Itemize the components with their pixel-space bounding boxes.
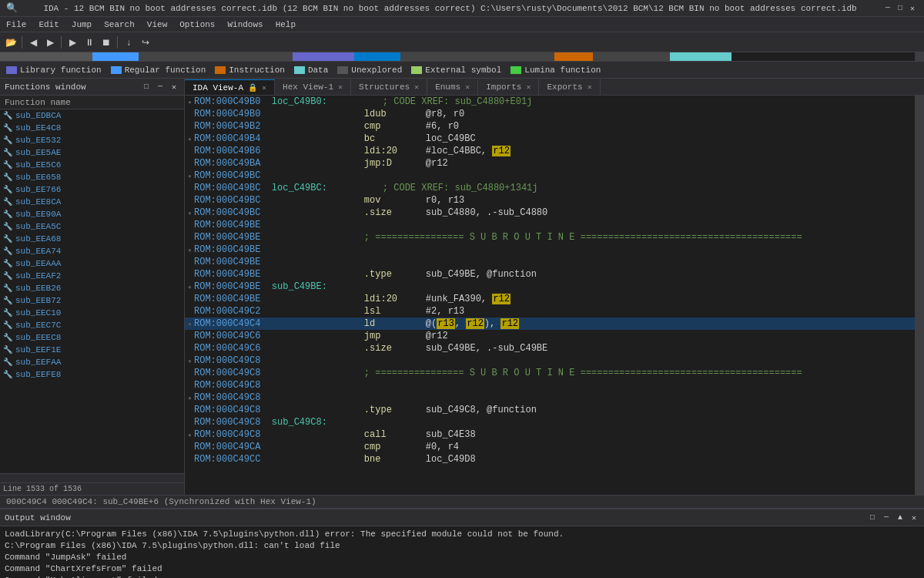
functions-float-btn[interactable]: □ <box>141 82 152 92</box>
close-button[interactable]: ✕ <box>907 3 918 14</box>
toolbar-open[interactable]: 📂 <box>3 35 18 50</box>
toolbar-stepover[interactable]: ↪ <box>138 35 153 50</box>
code-line-1[interactable]: ROM:000C49B0 ldub@r8, r0 <box>185 108 915 120</box>
code-scrollbar[interactable] <box>915 96 924 495</box>
functions-scrollbar-h[interactable] <box>0 473 184 482</box>
code-line-19[interactable]: ROM:000C49C6 jmp@r12 <box>185 330 915 342</box>
menu-help[interactable]: Help <box>270 17 302 32</box>
tab-label-0: IDA View-A <box>192 83 243 92</box>
func-item-9[interactable]: 🔧sub_EEA5C <box>0 220 184 233</box>
func-item-8[interactable]: 🔧sub_EE90A <box>0 208 184 220</box>
toolbar-back[interactable]: ◀ <box>25 35 41 50</box>
func-item-19[interactable]: 🔧sub_EEF1E <box>0 344 184 356</box>
tab-label-4: Imports <box>486 82 521 92</box>
code-line-29[interactable]: ROM:000C49CC bneloc_C49D8 <box>185 453 915 465</box>
code-line-15[interactable]: ●ROM:000C49BE sub_C49BE: <box>185 281 915 293</box>
code-line-10[interactable]: ROM:000C49BE <box>185 219 915 231</box>
output-close-btn[interactable]: ✕ <box>909 512 919 523</box>
func-item-0[interactable]: 🔧sub_EDBCA <box>0 109 184 122</box>
func-item-17[interactable]: 🔧sub_EEC7C <box>0 319 184 331</box>
tab-ida-view-a[interactable]: IDA View-A🔒✕ <box>185 79 275 95</box>
menu-search[interactable]: Search <box>98 17 141 32</box>
code-line-7[interactable]: ROM:000C49BC loc_C49BC: ; CODE XREF: sub… <box>185 182 915 194</box>
line-addr-0: ROM:000C49B0 <box>194 96 272 107</box>
code-line-13[interactable]: ROM:000C49BE <box>185 256 915 268</box>
tab-structures[interactable]: Structures✕ <box>351 79 427 95</box>
functions-close-btn[interactable]: ✕ <box>169 82 179 92</box>
tab-close-3[interactable]: ✕ <box>465 82 470 92</box>
func-item-6[interactable]: 🔧sub_EE766 <box>0 183 184 196</box>
code-line-12[interactable]: ●ROM:000C49BE <box>185 244 915 256</box>
tab-imports[interactable]: Imports✕ <box>478 79 539 95</box>
func-item-4[interactable]: 🔧sub_EE5C6 <box>0 159 184 171</box>
output-content[interactable]: LoadLibrary(C:\Program Files (x86)\IDA 7… <box>0 526 924 578</box>
code-line-18[interactable]: ●ROM:000C49C4 ld@(r13, r12), r12 <box>185 318 915 330</box>
toolbar-pause[interactable]: ⏸ <box>82 35 97 50</box>
func-item-2[interactable]: 🔧sub_EE532 <box>0 134 184 146</box>
func-item-16[interactable]: 🔧sub_EEC10 <box>0 307 184 319</box>
output-max-btn[interactable]: ▲ <box>895 512 906 523</box>
func-item-3[interactable]: 🔧sub_EE5AE <box>0 146 184 159</box>
code-line-23[interactable]: ROM:000C49C8 <box>185 379 915 391</box>
code-line-21[interactable]: ●ROM:000C49C8 <box>185 355 915 367</box>
code-line-4[interactable]: ROM:000C49B6 ldi:20#loc_C4BBC, r12 <box>185 145 915 157</box>
output-min-btn[interactable]: ─ <box>881 512 892 523</box>
menu-view[interactable]: View <box>141 17 173 32</box>
code-line-16[interactable]: ROM:000C49BE ldi:20#unk_FA390, r12 <box>185 293 915 305</box>
code-line-9[interactable]: ●ROM:000C49BC .sizesub_C4880, .-sub_C488… <box>185 207 915 219</box>
nav-seg-10 <box>732 52 915 62</box>
menu-file[interactable]: File <box>0 17 32 32</box>
tab-hex-view-1[interactable]: Hex View-1✕ <box>275 79 351 95</box>
code-line-11[interactable]: ROM:000C49BE ; ================ S U B R … <box>185 231 915 244</box>
func-item-7[interactable]: 🔧sub_EE8CA <box>0 196 184 208</box>
tab-close-1[interactable]: ✕ <box>338 82 343 92</box>
code-line-25[interactable]: ROM:000C49C8 .typesub_C49C8, @function <box>185 404 915 416</box>
tab-close-0[interactable]: ✕ <box>262 83 266 92</box>
maximize-button[interactable]: □ <box>895 3 906 14</box>
functions-min-btn[interactable]: ─ <box>155 82 166 92</box>
code-line-17[interactable]: ROM:000C49C2 lsl#2, r13 <box>185 305 915 318</box>
tab-close-2[interactable]: ✕ <box>414 82 419 92</box>
functions-list[interactable]: 🔧sub_EDBCA🔧sub_EE4C8🔧sub_EE532🔧sub_EE5AE… <box>0 109 184 473</box>
code-line-5[interactable]: ROM:000C49BA jmp:D@r12 <box>185 157 915 170</box>
code-line-3[interactable]: ●ROM:000C49B4 bcloc_C49BC <box>185 133 915 145</box>
func-name-11: sub_EEA74 <box>15 247 61 256</box>
code-view[interactable]: ●ROM:000C49B0 loc_C49B0: ; CODE XREF: su… <box>185 96 915 495</box>
func-item-12[interactable]: 🔧sub_EEAAA <box>0 257 184 270</box>
func-item-10[interactable]: 🔧sub_EEA68 <box>0 233 184 245</box>
menu-edit[interactable]: Edit <box>32 17 65 32</box>
tab-exports[interactable]: Exports✕ <box>539 79 600 95</box>
menu-windows[interactable]: Windows <box>221 17 269 32</box>
code-line-2[interactable]: ROM:000C49B2 cmp#6, r0 <box>185 120 915 133</box>
output-float-btn[interactable]: □ <box>867 512 878 523</box>
menu-jump[interactable]: Jump <box>65 17 98 32</box>
code-line-20[interactable]: ROM:000C49C6 .sizesub_C49BE, .-sub_C49BE <box>185 342 915 355</box>
code-line-22[interactable]: ROM:000C49C8 ; ================ S U B R … <box>185 367 915 379</box>
menu-options[interactable]: Options <box>173 17 221 32</box>
code-line-27[interactable]: ●ROM:000C49C8 callsub_C4E38 <box>185 428 915 441</box>
tab-close-5[interactable]: ✕ <box>588 82 592 92</box>
code-line-28[interactable]: ROM:000C49CA cmp#0, r4 <box>185 441 915 453</box>
minimize-button[interactable]: ─ <box>882 3 893 14</box>
tab-close-4[interactable]: ✕ <box>526 82 531 92</box>
func-item-14[interactable]: 🔧sub_EEB26 <box>0 282 184 294</box>
func-item-5[interactable]: 🔧sub_EE658 <box>0 171 184 183</box>
code-line-6[interactable]: ●ROM:000C49BC <box>185 170 915 182</box>
func-item-21[interactable]: 🔧sub_EEFE8 <box>0 368 184 381</box>
toolbar-step[interactable]: ↓ <box>121 35 136 50</box>
tab-enums[interactable]: Enums✕ <box>427 79 478 95</box>
toolbar-forward[interactable]: ▶ <box>42 35 58 50</box>
code-line-8[interactable]: ROM:000C49BC movr0, r13 <box>185 194 915 207</box>
code-line-24[interactable]: ●ROM:000C49C8 <box>185 391 915 404</box>
code-line-26[interactable]: ROM:000C49C8 sub_C49C8: <box>185 416 915 428</box>
code-line-0[interactable]: ●ROM:000C49B0 loc_C49B0: ; CODE XREF: su… <box>185 96 915 108</box>
func-item-15[interactable]: 🔧sub_EEB72 <box>0 294 184 307</box>
func-item-13[interactable]: 🔧sub_EEAF2 <box>0 270 184 282</box>
code-line-14[interactable]: ROM:000C49BE .typesub_C49BE, @function <box>185 268 915 281</box>
toolbar-stop[interactable]: ⏹ <box>99 35 114 50</box>
func-item-1[interactable]: 🔧sub_EE4C8 <box>0 122 184 134</box>
func-item-20[interactable]: 🔧sub_EEFAA <box>0 356 184 368</box>
toolbar-run[interactable]: ▶ <box>65 35 80 50</box>
func-item-11[interactable]: 🔧sub_EEA74 <box>0 245 184 257</box>
func-item-18[interactable]: 🔧sub_EEEC8 <box>0 331 184 344</box>
